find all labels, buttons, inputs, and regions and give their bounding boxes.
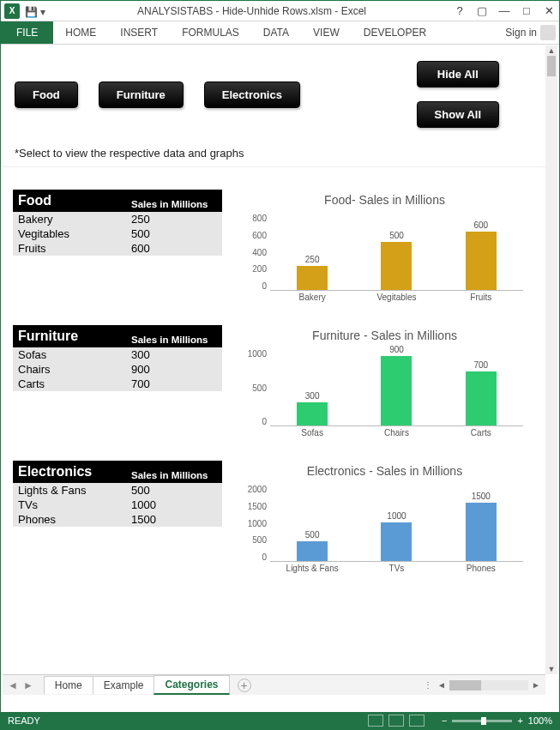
scroll-up-arrow-icon[interactable]: ▲ bbox=[545, 45, 557, 56]
sheet-nav-prev-icon[interactable]: ◄ bbox=[6, 679, 20, 691]
sheet-nav-next-icon[interactable]: ► bbox=[21, 679, 35, 691]
tab-file[interactable]: FILE bbox=[1, 21, 53, 44]
electronics-button[interactable]: Electronics bbox=[204, 81, 300, 108]
maximize-button[interactable]: □ bbox=[520, 4, 533, 17]
tab-insert[interactable]: INSERT bbox=[108, 21, 170, 44]
bar bbox=[381, 242, 412, 290]
y-axis: 8006004002000 bbox=[241, 214, 267, 291]
x-tick: TVs bbox=[355, 564, 438, 579]
bar-group: 500 bbox=[270, 530, 353, 561]
view-normal-icon[interactable] bbox=[368, 715, 383, 727]
bar-group: 1500 bbox=[439, 492, 522, 561]
table-row: Chairs900 bbox=[13, 362, 222, 377]
controls-region: Food Furniture Electronics Hide All Show… bbox=[3, 45, 545, 167]
cell-value: 600 bbox=[126, 241, 222, 256]
hint-text: *Select to view the respective data and … bbox=[15, 147, 533, 160]
sign-in[interactable]: Sign in bbox=[502, 21, 559, 44]
hscroll-right-icon[interactable]: ► bbox=[530, 680, 542, 690]
y-tick: 200 bbox=[252, 264, 267, 274]
zoom-level[interactable]: 100% bbox=[528, 715, 552, 726]
cell-value: 500 bbox=[126, 226, 222, 241]
x-tick: Phones bbox=[439, 564, 522, 579]
close-button[interactable]: ✕ bbox=[542, 4, 556, 17]
x-axis: BakeryVegitablesFruits bbox=[270, 293, 523, 308]
cell-item: Phones bbox=[13, 512, 126, 527]
save-icon[interactable]: 💾 bbox=[25, 6, 35, 16]
zoom-slider[interactable] bbox=[452, 720, 512, 722]
sheet-tab-categories[interactable]: Categories bbox=[154, 675, 229, 695]
plot-area: 8006004002000250500600BakeryVegitablesFr… bbox=[270, 214, 523, 308]
qat-dropdown-icon[interactable]: ▾ bbox=[40, 6, 51, 16]
tab-formulas[interactable]: FORMULAS bbox=[170, 21, 251, 44]
cell-value: 300 bbox=[126, 347, 222, 362]
cell-item: Chairs bbox=[13, 362, 126, 377]
status-bar: READY − + 100% bbox=[1, 712, 559, 729]
table-row: Lights & Fans500 bbox=[13, 483, 222, 498]
view-pagebreak-icon[interactable] bbox=[409, 715, 425, 727]
table-row: Vegitables500 bbox=[13, 226, 222, 241]
cell-item: Bakery bbox=[13, 212, 126, 226]
tab-view[interactable]: VIEW bbox=[301, 21, 352, 44]
x-tick: Bakery bbox=[270, 293, 353, 308]
minimize-button[interactable]: — bbox=[497, 4, 511, 17]
bar bbox=[381, 522, 412, 561]
x-tick: Carts bbox=[439, 428, 522, 443]
scroll-down-arrow-icon[interactable]: ▼ bbox=[545, 664, 557, 674]
x-tick: Vegitables bbox=[355, 293, 438, 308]
bar-value-label: 900 bbox=[389, 345, 404, 354]
table-row: Fruits600 bbox=[13, 241, 222, 256]
bar-value-label: 1000 bbox=[387, 511, 406, 521]
hide-all-button[interactable]: Hide All bbox=[417, 61, 499, 87]
section-food: FoodSales in MillionsBakery250Vegitables… bbox=[3, 186, 545, 322]
cell-item: Sofas bbox=[13, 347, 126, 362]
table-row: TVs1000 bbox=[13, 498, 222, 512]
bars: 250500600 bbox=[270, 214, 523, 291]
zoom-out-icon[interactable]: − bbox=[442, 715, 447, 726]
table-header: ElectronicsSales in Millions bbox=[13, 461, 222, 483]
scroll-thumb[interactable] bbox=[547, 56, 556, 76]
cell-item: Carts bbox=[13, 377, 126, 391]
table-row: Sofas300 bbox=[13, 347, 222, 362]
avatar-icon bbox=[540, 25, 556, 40]
food-button[interactable]: Food bbox=[15, 81, 78, 108]
bar bbox=[466, 371, 497, 425]
section-electronics: ElectronicsSales in MillionsLights & Fan… bbox=[3, 457, 545, 593]
bar-value-label: 600 bbox=[473, 220, 488, 230]
table-header: FoodSales in Millions bbox=[13, 190, 222, 212]
titlebar: X 💾 ▾ ANALYSISTABS - Hide-Unhide Rows.xl… bbox=[1, 1, 559, 21]
bar-group: 250 bbox=[270, 255, 353, 290]
show-all-button[interactable]: Show All bbox=[417, 101, 499, 128]
furniture-button[interactable]: Furniture bbox=[99, 81, 184, 108]
chart-title: Electronics - Sales in Millions bbox=[241, 464, 528, 478]
hscroll-left-icon[interactable]: ◄ bbox=[436, 680, 448, 690]
x-tick: Fruits bbox=[439, 293, 522, 308]
cell-item: Lights & Fans bbox=[13, 483, 126, 498]
sheet-tab-home[interactable]: Home bbox=[44, 676, 93, 694]
tab-home[interactable]: HOME bbox=[53, 21, 108, 44]
ribbon-options-icon[interactable]: ▢ bbox=[475, 4, 489, 17]
vertical-scrollbar[interactable]: ▲ ▼ bbox=[545, 45, 557, 674]
bar bbox=[466, 503, 497, 561]
tab-data[interactable]: DATA bbox=[251, 21, 301, 44]
bar-value-label: 250 bbox=[305, 255, 320, 264]
zoom-control[interactable]: − + 100% bbox=[442, 715, 552, 726]
horizontal-scrollbar[interactable]: ⋮ ◄ ► bbox=[422, 680, 542, 691]
view-pagelayout-icon[interactable] bbox=[388, 715, 404, 727]
add-sheet-button[interactable]: + bbox=[238, 679, 251, 692]
ribbon-tabs: FILE HOME INSERT FORMULAS DATA VIEW DEVE… bbox=[1, 21, 559, 45]
x-tick: Chairs bbox=[355, 428, 438, 443]
cell-item: TVs bbox=[13, 498, 126, 512]
sheet-tab-example[interactable]: Example bbox=[93, 676, 155, 694]
x-tick: Lights & Fans bbox=[270, 564, 353, 579]
tab-developer[interactable]: DEVELOPER bbox=[352, 21, 438, 44]
bar-value-label: 300 bbox=[305, 391, 320, 401]
hscroll-divider-icon[interactable]: ⋮ bbox=[422, 680, 434, 690]
zoom-in-icon[interactable]: + bbox=[517, 715, 522, 726]
y-tick: 500 bbox=[252, 535, 267, 545]
header-metric: Sales in Millions bbox=[126, 465, 222, 483]
table-header: FurnitureSales in Millions bbox=[13, 325, 222, 347]
bar bbox=[297, 541, 328, 561]
help-icon[interactable]: ? bbox=[453, 4, 467, 17]
plot-area: 200015001000500050010001500Lights & Fans… bbox=[270, 485, 523, 579]
cell-value: 700 bbox=[126, 377, 222, 391]
